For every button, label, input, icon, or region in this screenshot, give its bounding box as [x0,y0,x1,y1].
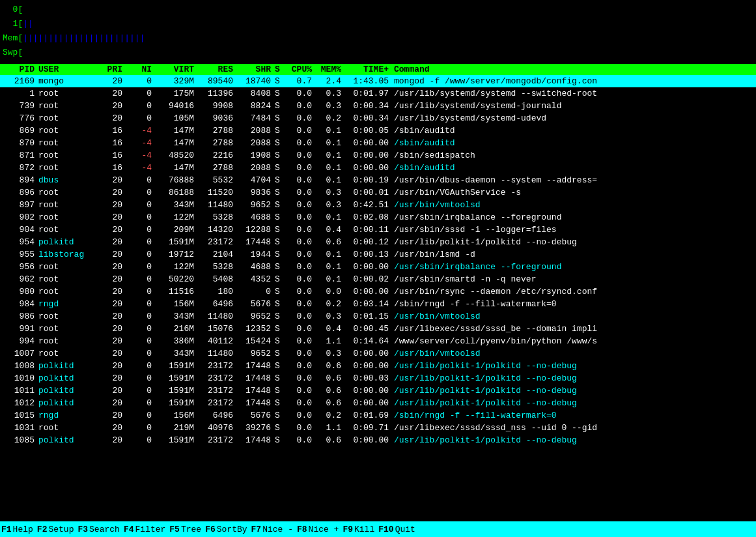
col-pri: 16 [97,126,126,136]
fkey-item[interactable]: F7Nice - [250,525,296,534]
col-s: S [275,262,287,272]
col-virt: 329M [156,76,198,86]
fkey-item[interactable]: F2Setup [36,525,77,534]
table-row[interactable]: 991 root 20 0 216M 15076 12352 S 0.0 0.4… [0,323,756,335]
table-row[interactable]: 902 root 20 0 122M 5328 4688 S 0.0 0.1 0… [0,211,756,224]
col-cmd: /sbin/auditd [394,138,753,148]
hdr-cmd: Command [394,65,753,74]
col-cmd: /usr/lib/polkit-1/polkitd --no-debug [394,237,753,247]
col-mem: 1.1 [316,336,345,346]
fkey-item[interactable]: F10Quit [377,525,418,534]
col-res: 9036 [198,113,237,123]
col-pri: 20 [97,250,126,259]
table-row[interactable]: 894 dbus 20 0 76888 5532 4704 S 0.0 0.1 … [0,174,756,186]
table-row[interactable]: 1008 polkitd 20 0 1591M 23172 17448 S 0.… [0,360,756,372]
col-pid: 994 [3,336,38,346]
table-row[interactable]: 954 polkitd 20 0 1591M 23172 17448 S 0.0… [0,236,756,248]
table-row[interactable]: 1085 polkitd 20 0 1591M 23172 17448 S 0.… [0,434,756,446]
col-mem: 0.6 [316,373,345,383]
col-res: 11480 [198,312,237,321]
mem-bar-rest [145,31,756,46]
cpu0-label: 0 [3,3,18,17]
table-row[interactable]: 904 root 20 0 209M 14320 12288 S 0.0 0.4… [0,224,756,236]
col-pid: 739 [3,101,38,111]
fkey-item[interactable]: F4Filter [122,525,168,534]
table-row[interactable]: 871 root 16 -4 48520 2216 1908 S 0.0 0.1… [0,149,756,162]
col-ni: -4 [126,151,156,160]
col-res: 2216 [198,151,237,160]
fkey-item[interactable]: F6SortBy [204,525,249,534]
col-pid: 1011 [3,386,38,396]
col-user: polkitd [38,398,97,408]
col-s: S [275,188,287,197]
table-row[interactable]: 980 root 20 0 11516 180 0 S 0.0 0.0 0:00… [0,285,756,298]
fkey-item[interactable]: F3Search [76,525,122,534]
col-cpu: 0.0 [287,126,316,136]
col-ni: 0 [126,188,156,197]
col-cmd: /usr/bin/VGAuthService -s [394,188,753,197]
table-row[interactable]: 1011 polkitd 20 0 1591M 23172 17448 S 0.… [0,385,756,397]
table-row[interactable]: 776 root 20 0 105M 9036 7484 S 0.0 0.2 0… [0,112,756,124]
col-res: 11520 [198,188,237,197]
col-res: 5408 [198,274,237,284]
table-row[interactable]: 1007 root 20 0 343M 11480 9652 S 0.0 0.3… [0,347,756,360]
col-mem: 0.4 [316,225,345,235]
col-user: root [38,274,97,284]
fkey-item[interactable]: F8Nice + [296,525,341,534]
hdr-pid: PID [3,65,38,74]
col-cpu: 0.0 [287,225,316,235]
table-row[interactable]: 1 root 20 0 175M 11396 8408 S 0.0 0.3 0:… [0,87,756,100]
col-user: dbus [38,175,97,185]
col-cpu: 0.0 [287,237,316,247]
col-s: S [275,89,287,98]
table-row[interactable]: 984 rngd 20 0 156M 6496 5676 S 0.0 0.2 0… [0,298,756,310]
table-row[interactable]: 1012 polkitd 20 0 1591M 23172 17448 S 0.… [0,397,756,409]
col-pid: 984 [3,299,38,309]
col-time: 0:00.00 [345,398,394,408]
col-s: S [275,113,287,123]
col-shr: 7484 [237,113,275,123]
table-row[interactable]: 1015 rngd 20 0 156M 6496 5676 S 0.0 0.2 … [0,409,756,422]
cpu1-bar: || [23,17,33,31]
col-shr: 9652 [237,312,275,321]
table-row[interactable]: 1010 polkitd 20 0 1591M 23172 17448 S 0.… [0,372,756,385]
col-virt: 343M [156,349,198,358]
table-row[interactable]: 869 root 16 -4 147M 2788 2088 S 0.0 0.1 … [0,124,756,137]
col-mem: 0.3 [316,101,345,111]
col-res: 2104 [198,250,237,259]
col-time: 0:00.00 [345,262,394,272]
table-row[interactable]: 870 root 16 -4 147M 2788 2088 S 0.0 0.1 … [0,137,756,149]
col-pid: 991 [3,324,38,334]
table-row[interactable]: 962 root 20 0 50220 5408 4352 S 0.0 0.1 … [0,273,756,285]
table-row[interactable]: 2169 mongo 20 0 329M 89540 18740 S 0.7 2… [0,75,756,87]
table-row[interactable]: 955 libstorag 20 0 19712 2104 1944 S 0.0… [0,248,756,261]
fkey-num: F5 [169,525,180,534]
table-row[interactable]: 994 root 20 0 386M 40112 15424 S 0.0 1.1… [0,335,756,347]
col-user: libstorag [38,250,97,259]
col-shr: 4352 [237,274,275,284]
table-row[interactable]: 872 root 16 -4 147M 2788 2088 S 0.0 0.1 … [0,162,756,174]
table-row[interactable]: 956 root 20 0 122M 5328 4688 S 0.0 0.1 0… [0,261,756,273]
table-row[interactable]: 986 root 20 0 343M 11480 9652 S 0.0 0.3 … [0,310,756,323]
table-row[interactable]: 1031 root 20 0 219M 40976 39276 S 0.0 1.… [0,422,756,434]
col-shr: 39276 [237,423,275,433]
col-user: root [38,126,97,136]
table-row[interactable]: 897 root 20 0 343M 11480 9652 S 0.0 0.3 … [0,199,756,211]
fkey-item[interactable]: F9Kill [341,525,377,534]
col-time: 0:00.00 [345,287,394,297]
table-row[interactable]: 896 root 20 0 86188 11520 9836 S 0.0 0.3… [0,186,756,199]
fkey-item[interactable]: F5Tree [168,525,204,534]
col-pri: 20 [97,349,126,358]
cpu0-row: 0 [ [3,3,756,17]
col-cpu: 0.0 [287,163,316,173]
col-s: S [275,299,287,309]
col-shr: 17448 [237,398,275,408]
col-res: 6496 [198,299,237,309]
col-virt: 1591M [156,398,198,408]
col-mem: 0.2 [316,299,345,309]
table-row[interactable]: 739 root 20 0 94016 9908 8824 S 0.0 0.3 … [0,100,756,112]
col-s: S [275,274,287,284]
fkey-item[interactable]: F1Help [0,525,36,534]
col-ni: -4 [126,163,156,173]
col-cpu: 0.0 [287,349,316,358]
